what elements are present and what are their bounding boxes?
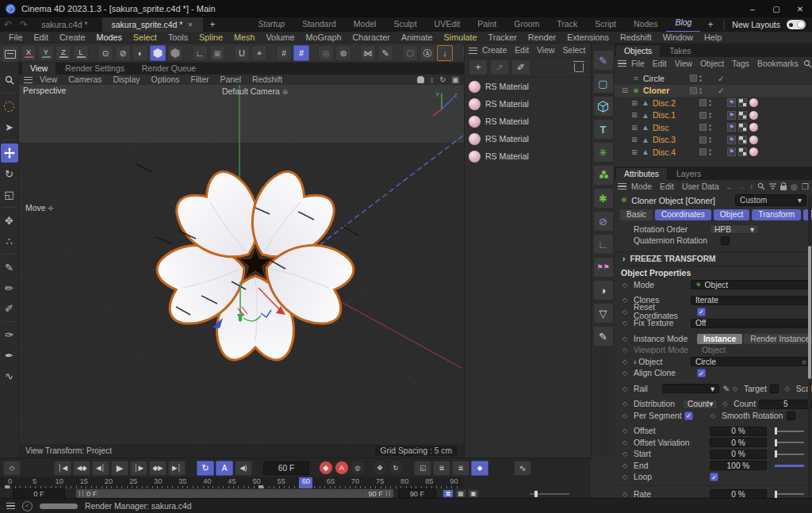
menu-item[interactable]: Tracker (483, 33, 523, 42)
attribute-menu-item[interactable]: User Data (678, 182, 723, 191)
view-label[interactable]: Perspective (20, 86, 69, 96)
layer-box[interactable] (699, 148, 707, 155)
record-pla-toggle[interactable]: ≣ (452, 461, 469, 476)
object-link-field[interactable]: Circle ○ (691, 357, 811, 366)
object-name[interactable]: Circle (643, 74, 688, 83)
viewport-menu-item[interactable]: Panel (214, 75, 247, 84)
keyframe-selection-button[interactable]: ◎ (350, 461, 365, 475)
spline-sketch-button[interactable]: ✏ (1, 278, 18, 297)
slider-track[interactable] (775, 431, 804, 432)
lock-icon[interactable] (780, 186, 787, 190)
viewport-menu-item[interactable]: Options (146, 75, 186, 84)
add-document-button[interactable]: + (203, 19, 223, 30)
viewport-menu-item[interactable]: Redshift (247, 75, 288, 84)
set-keyframe-button[interactable]: ◇ (3, 461, 21, 476)
enabled-check-icon[interactable]: ✓ (718, 86, 725, 95)
record-rotation-toggle[interactable]: ↻ (389, 461, 403, 475)
pencil-icon[interactable]: ✎ (722, 384, 730, 393)
layout-tab[interactable]: Model (345, 17, 385, 31)
tweak-mode-button[interactable]: ➤ (1, 117, 18, 136)
preset-dropdown[interactable]: Custom ▾ (735, 194, 806, 206)
record-parameter-toggle[interactable]: ≣ (433, 461, 450, 476)
undo-icon[interactable]: ↶ (0, 19, 16, 30)
uvw-tag-icon[interactable] (738, 98, 747, 107)
object-name[interactable]: Cloner (643, 86, 688, 95)
object-menu-item[interactable]: Tags (728, 59, 753, 68)
expand-icon[interactable]: ⊞ (630, 124, 638, 132)
tree-row-circle[interactable]: ○ Circle ✓ (615, 72, 812, 85)
object-menu-item[interactable]: Bookmarks (753, 59, 802, 68)
layout-tab[interactable]: Standard (293, 17, 345, 31)
points-mode-button[interactable]: ⊙ (98, 45, 113, 61)
menu-item[interactable]: Animate (396, 33, 439, 42)
quaternion-checkbox[interactable] (721, 236, 730, 245)
per-segment-checkbox[interactable]: ✓ (684, 412, 693, 420)
goto-start-button[interactable]: │◀ (54, 461, 71, 476)
loop-playback-button[interactable]: ↻ (197, 461, 214, 476)
menu-item[interactable]: MoGraph (301, 33, 347, 42)
field-button[interactable]: ⚑⚑ (593, 257, 614, 278)
menu-item[interactable]: Select (128, 33, 163, 42)
menu-item[interactable]: Modes (90, 33, 127, 42)
spline-pen-button[interactable]: ✎ (1, 258, 18, 277)
fracture-button[interactable] (593, 165, 614, 186)
export-button[interactable]: ↓ (437, 45, 453, 61)
slider-value-field[interactable]: 0 % (710, 450, 767, 459)
material-arrow-icon[interactable]: ↗ (490, 59, 509, 75)
object-name[interactable]: Disc.1 (653, 110, 697, 120)
object-menu-item[interactable]: View (671, 59, 696, 68)
new-layouts-label[interactable]: New Layouts (729, 20, 783, 29)
record-position-toggle[interactable]: ✥ (373, 461, 387, 475)
new-layouts-toggle[interactable] (787, 20, 806, 29)
lock-workplane-button[interactable]: ▣ (209, 45, 225, 61)
layout-tab[interactable]: Script (586, 17, 625, 31)
menu-item[interactable]: Tools (163, 33, 193, 42)
material-item[interactable]: RS Material (465, 113, 591, 130)
object-manager-tab[interactable]: Objects (616, 45, 660, 57)
material-tag-icon[interactable] (749, 98, 758, 107)
attribute-section-tab[interactable]: Coordinates (655, 209, 711, 220)
phong-tag-icon[interactable]: ⚑ (727, 136, 736, 144)
attribute-section-tab[interactable]: Basic (620, 209, 653, 220)
search-commander-button[interactable] (1, 71, 18, 90)
slider-value-field[interactable]: 0 % (710, 427, 767, 436)
spline-smooth-button[interactable]: ✐ (1, 299, 18, 318)
rotate-tool-button[interactable]: ↻ (1, 164, 18, 183)
modeling-settings-button[interactable]: ✎ (377, 45, 393, 61)
y-axis-lock-button[interactable]: Y (38, 45, 54, 61)
material-menu-item[interactable]: View (533, 46, 558, 55)
slider-track[interactable] (775, 454, 804, 455)
slider-track[interactable] (775, 493, 804, 495)
material-tag-icon[interactable] (749, 136, 758, 144)
align-clone-checkbox[interactable]: ✓ (697, 369, 706, 377)
material-item[interactable]: RS Material (465, 95, 591, 113)
z-axis-lock-button[interactable]: Z (56, 45, 71, 61)
attribute-menu-item[interactable]: Edit (656, 182, 678, 191)
texture-mode-button[interactable] (167, 45, 183, 61)
clones-dropdown[interactable]: Iterate (691, 296, 811, 305)
material-item[interactable]: RS Material (465, 78, 591, 95)
annotation-button[interactable]: Ⓐ (419, 45, 435, 61)
next-frame-button[interactable]: │▶ (130, 461, 147, 476)
layout-tab[interactable]: Track (548, 17, 586, 31)
target-checkbox[interactable] (770, 385, 779, 393)
viewport-hamburger-icon[interactable] (24, 77, 33, 83)
record-keyframe-button[interactable]: ◆ (319, 461, 333, 475)
axis-modification-button[interactable]: ⌖ (251, 45, 267, 61)
layout-tab[interactable]: Groom (505, 17, 548, 31)
tree-row-disc[interactable]: ⊞ ▲ Disc.3 ⚑ (615, 134, 812, 147)
scene-nodes-button[interactable]: ✎ (593, 326, 614, 346)
document-tab[interactable]: sakura_sprite.c4d * ✕ (102, 17, 203, 32)
line-cut-button[interactable]: ✒ (1, 346, 18, 365)
add-material-button[interactable]: + (469, 59, 488, 75)
menu-item[interactable]: Window (657, 33, 699, 42)
content-browser-button[interactable] (2, 45, 19, 63)
viewport-menu-item[interactable]: Filter (185, 75, 214, 84)
attribute-manager-tab[interactable]: Attributes (616, 168, 667, 180)
uvw-tag-icon[interactable] (738, 136, 747, 144)
phong-tag-icon[interactable]: ⚑ (727, 98, 736, 107)
range-grip[interactable] (79, 491, 83, 496)
simulation-button[interactable]: ▽ (593, 303, 614, 323)
layer-box[interactable] (699, 136, 707, 144)
popout-icon[interactable]: ❐ (802, 182, 809, 191)
